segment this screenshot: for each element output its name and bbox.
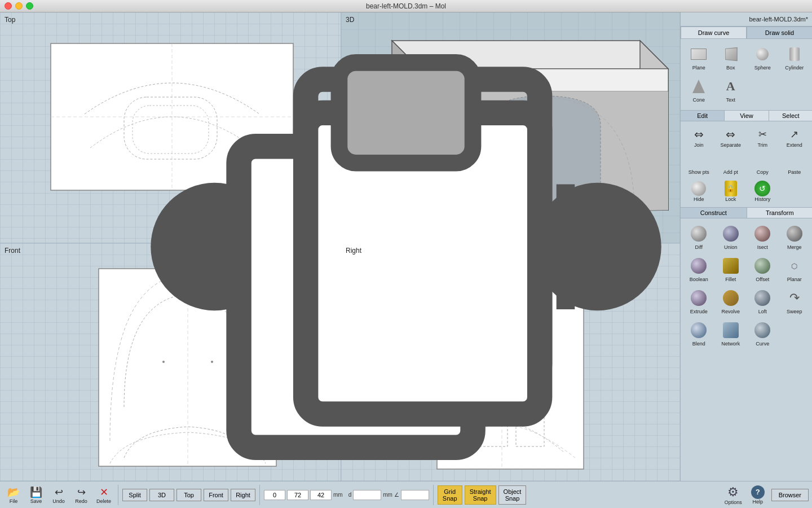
tool-undo[interactable]: ↩ Undo xyxy=(48,485,69,505)
grid-snap-button[interactable]: GridSnap xyxy=(438,485,462,505)
tool-redo[interactable]: ↪ Redo xyxy=(71,485,91,505)
d-section: d mm ∠ xyxy=(348,490,429,500)
tool-save[interactable]: 💾 Save xyxy=(26,485,46,505)
undo-icon: ↩ xyxy=(51,486,67,498)
tool-file[interactable]: 📂 File xyxy=(3,485,24,505)
save-icon: 💾 xyxy=(28,486,44,498)
top-button[interactable]: Top xyxy=(176,489,201,501)
angle-input[interactable] xyxy=(401,490,429,500)
coord-z-input[interactable] xyxy=(310,490,332,500)
split-button[interactable]: Split xyxy=(122,489,147,501)
redo-icon: ↪ xyxy=(73,486,89,498)
bottom-right-group: ⚙ Options ? Help Browser xyxy=(722,484,809,506)
3d-button[interactable]: 3D xyxy=(149,489,174,501)
file-icon: 📂 xyxy=(6,486,21,498)
tool-delete-label: Delete xyxy=(96,498,111,504)
traffic-lights xyxy=(5,2,33,10)
sep-2 xyxy=(259,485,260,505)
paste-icon xyxy=(784,154,805,169)
browser-button[interactable]: Browser xyxy=(771,489,809,501)
tool-undo-label: Undo xyxy=(52,498,65,504)
d-input[interactable] xyxy=(353,490,381,500)
tool-save-label: Save xyxy=(30,498,42,504)
tool-redo-label: Redo xyxy=(75,498,87,504)
svg-rect-28 xyxy=(339,63,473,163)
viewport-3d-label: 3D xyxy=(346,16,354,24)
straight-snap-button[interactable]: StraightSnap xyxy=(465,485,496,505)
coord-mm-label: mm xyxy=(333,492,343,498)
object-snap-button[interactable]: ObjectSnap xyxy=(498,485,527,505)
window-title: bear-left-MOLD.3dm – Mol xyxy=(366,2,446,10)
coord-x-input[interactable] xyxy=(264,490,285,500)
file-tools-group: 📂 File 💾 Save ↩ Undo ↪ Redo ✕ Delete xyxy=(3,485,114,505)
options-icon: ⚙ xyxy=(727,485,739,500)
viewport-right-label: Right xyxy=(346,247,361,255)
tool-paste[interactable]: Paste xyxy=(780,152,810,177)
help-icon: ? xyxy=(751,485,765,499)
viewport-front-label: Front xyxy=(5,247,20,255)
options-tool[interactable]: ⚙ Options xyxy=(722,484,744,506)
maximize-button[interactable] xyxy=(26,2,33,10)
help-tool[interactable]: ? Help xyxy=(749,484,767,506)
minimize-button[interactable] xyxy=(15,2,23,10)
options-label: Options xyxy=(725,500,742,505)
d-label: d xyxy=(348,492,352,498)
delete-icon: ✕ xyxy=(96,486,112,498)
right-panel: bear-left-MOLD.3dm* Draw curve Draw soli… xyxy=(680,12,812,481)
front-button[interactable]: Front xyxy=(204,489,228,501)
d-mm-label: mm ∠ xyxy=(383,492,399,498)
coords-section: mm xyxy=(264,490,343,500)
right-button[interactable]: Right xyxy=(231,489,255,501)
view-buttons-group: Split 3D Top Front Right xyxy=(122,489,255,501)
titlebar: bear-left-MOLD.3dm – Mol xyxy=(0,0,812,12)
viewport-top-label: Top xyxy=(5,16,15,24)
tool-file-label: File xyxy=(10,498,18,504)
sep-1 xyxy=(118,485,118,505)
bottom-bar: 📂 File 💾 Save ↩ Undo ↪ Redo ✕ Delete Spl… xyxy=(0,481,812,508)
sep-3 xyxy=(433,485,434,505)
tool-delete[interactable]: ✕ Delete xyxy=(94,485,114,505)
edit-tools-grid: ⇔ Join ⇔ Separate ✂ Trim ↗ Extend xyxy=(681,121,812,207)
coord-y-input[interactable] xyxy=(287,490,308,500)
close-button[interactable] xyxy=(5,2,12,10)
help-label: Help xyxy=(752,499,763,505)
